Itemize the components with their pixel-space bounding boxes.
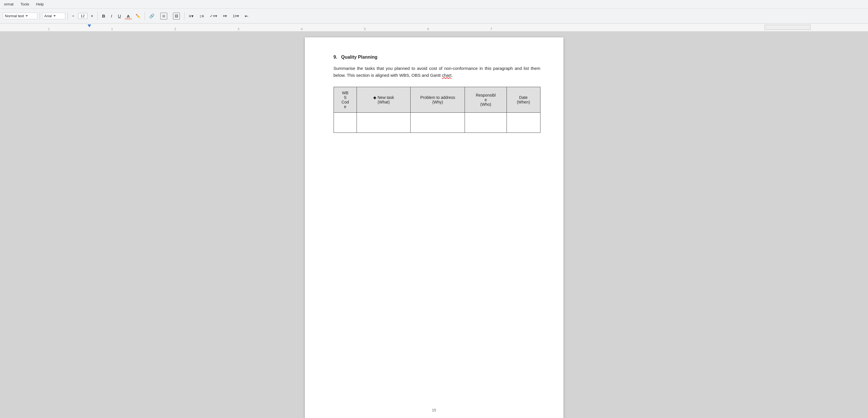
- table-header-problem: Problem to address(Why): [411, 87, 465, 113]
- line-spacing-icon: ↕≡: [199, 13, 204, 19]
- checklist-icon: ✓≡▾: [210, 14, 217, 18]
- table-cell-task-1[interactable]: [357, 113, 411, 133]
- ruler-mark-3: 2: [144, 28, 207, 31]
- font-dropdown[interactable]: Arial: [42, 13, 65, 19]
- table-header-date: Date(When): [506, 87, 540, 113]
- separator-3: [97, 12, 98, 20]
- table-header-responsible: Responsible(Who): [465, 87, 506, 113]
- ruler-mark-5: 4: [270, 28, 333, 31]
- table-icon: ⊞: [160, 13, 167, 20]
- underlined-text: chart: [442, 73, 452, 78]
- ruler-scale: 1 1 2 3 4 5 6 7: [0, 24, 523, 31]
- numbered-list-icon: 1≡▾: [233, 14, 239, 18]
- indent-decrease-icon: ⇤: [245, 13, 249, 19]
- insert-table-button[interactable]: ⊞: [158, 12, 169, 21]
- numbered-list-button[interactable]: 1≡▾: [231, 13, 241, 19]
- line-spacing-button[interactable]: ↕≡: [197, 13, 206, 19]
- separator-4: [145, 12, 145, 20]
- page-number: 15: [305, 408, 563, 412]
- underline-button[interactable]: U: [116, 13, 123, 19]
- table-header-task: ◆ New task(What): [357, 87, 411, 113]
- insert-image-button[interactable]: 🖼: [171, 12, 182, 21]
- section-number: 9.: [334, 55, 337, 60]
- ruler-mark-8: 7: [460, 28, 523, 31]
- quality-table[interactable]: WBSCode ◆ New task(What) Problem to addr…: [334, 87, 540, 133]
- separator-2: [67, 12, 68, 20]
- bullets-icon: ≡▾: [223, 14, 227, 18]
- bold-button[interactable]: B: [100, 13, 107, 19]
- menu-tools[interactable]: Tools: [19, 1, 30, 7]
- ruler-mark-1: 1: [17, 28, 81, 31]
- font-size-input[interactable]: 12: [78, 13, 87, 19]
- align-button[interactable]: ≡▾: [187, 13, 196, 20]
- align-icon: ≡▾: [189, 13, 194, 19]
- font-color-button[interactable]: A: [125, 13, 132, 19]
- highlight-color-button[interactable]: ✏️: [134, 13, 142, 19]
- bullets-button[interactable]: ≡▾: [221, 13, 229, 19]
- section-body[interactable]: Summarise the tasks that you planned to …: [334, 65, 540, 79]
- tab-stop-marker[interactable]: [88, 24, 91, 27]
- ruler-mark-2: 1: [81, 28, 144, 31]
- section-heading: 9. Quality Planning: [334, 55, 540, 60]
- table-header-row: WBSCode ◆ New task(What) Problem to addr…: [334, 87, 540, 113]
- table-cell-problem-1[interactable]: [411, 113, 465, 133]
- menu-help[interactable]: Help: [35, 1, 45, 7]
- font-dropdown-chevron: [54, 15, 56, 17]
- style-label: Normal text: [5, 14, 24, 18]
- separator-1: [40, 12, 40, 20]
- checklist-button[interactable]: ✓≡▾: [208, 13, 219, 19]
- menu-bar: ormat Tools Help: [0, 0, 868, 9]
- style-dropdown-chevron: [26, 15, 28, 17]
- table-cell-date-1[interactable]: [506, 113, 540, 133]
- menu-format[interactable]: ormat: [3, 1, 14, 7]
- link-icon: 🔗: [149, 13, 155, 19]
- table-row[interactable]: [334, 113, 540, 133]
- font-size-decrease[interactable]: −: [70, 13, 76, 19]
- font-label: Arial: [44, 14, 52, 18]
- link-button[interactable]: 🔗: [147, 13, 157, 20]
- main-area: 9. Quality Planning Summarise the tasks …: [0, 32, 868, 418]
- table-cell-responsible-1[interactable]: [465, 113, 506, 133]
- table-cell-wbs-1[interactable]: [334, 113, 357, 133]
- font-size-increase[interactable]: +: [89, 13, 95, 19]
- ruler-selection-box: [765, 25, 810, 30]
- ruler: 1 1 2 3 4 5 6 7: [0, 24, 868, 32]
- indent-decrease-button[interactable]: ⇤: [243, 13, 251, 20]
- toolbar: Normal text Arial − 12 + B I U A ✏️ 🔗 ⊞ …: [0, 9, 868, 24]
- italic-button[interactable]: I: [109, 13, 114, 19]
- page[interactable]: 9. Quality Planning Summarise the tasks …: [305, 37, 563, 418]
- ruler-mark-7: 6: [397, 28, 460, 31]
- ruler-mark-6: 5: [333, 28, 397, 31]
- section-title: Quality Planning: [341, 55, 377, 60]
- table-header-wbs: WBSCode: [334, 87, 357, 113]
- image-icon: 🖼: [173, 13, 180, 20]
- style-dropdown[interactable]: Normal text: [3, 13, 37, 19]
- ruler-mark-4: 3: [207, 28, 270, 31]
- pencil-icon: ✏️: [135, 14, 140, 18]
